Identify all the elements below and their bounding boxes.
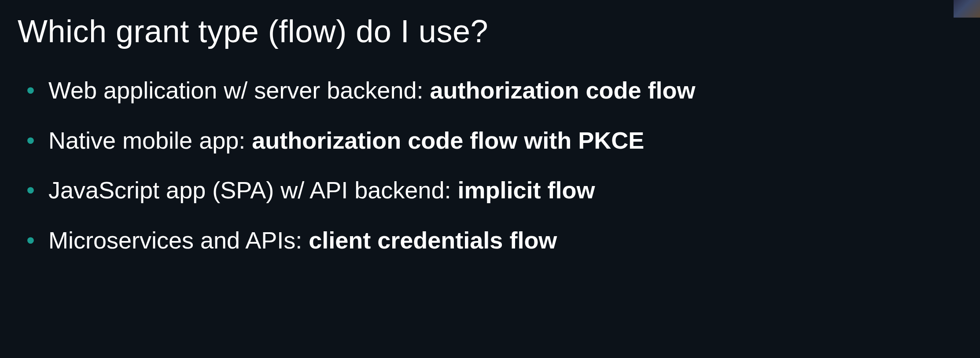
item-prefix: Native mobile app: (48, 127, 252, 153)
list-item: Microservices and APIs: client credentia… (26, 226, 962, 256)
item-bold: client credentials flow (309, 227, 557, 253)
item-prefix: Microservices and APIs: (48, 227, 309, 253)
item-prefix: JavaScript app (SPA) w/ API backend: (48, 177, 457, 203)
item-bold: authorization code flow (430, 77, 695, 103)
list-item: JavaScript app (SPA) w/ API backend: imp… (26, 175, 962, 205)
slide-title: Which grant type (flow) do I use? (18, 13, 962, 49)
item-bold: implicit flow (457, 177, 595, 203)
item-prefix: Web application w/ server backend: (48, 77, 430, 103)
bullet-list: Web application w/ server backend: autho… (18, 76, 962, 255)
item-bold: authorization code flow with PKCE (252, 127, 644, 153)
webcam-thumbnail (954, 0, 980, 18)
list-item: Native mobile app: authorization code fl… (26, 126, 962, 156)
list-item: Web application w/ server backend: autho… (26, 76, 962, 106)
